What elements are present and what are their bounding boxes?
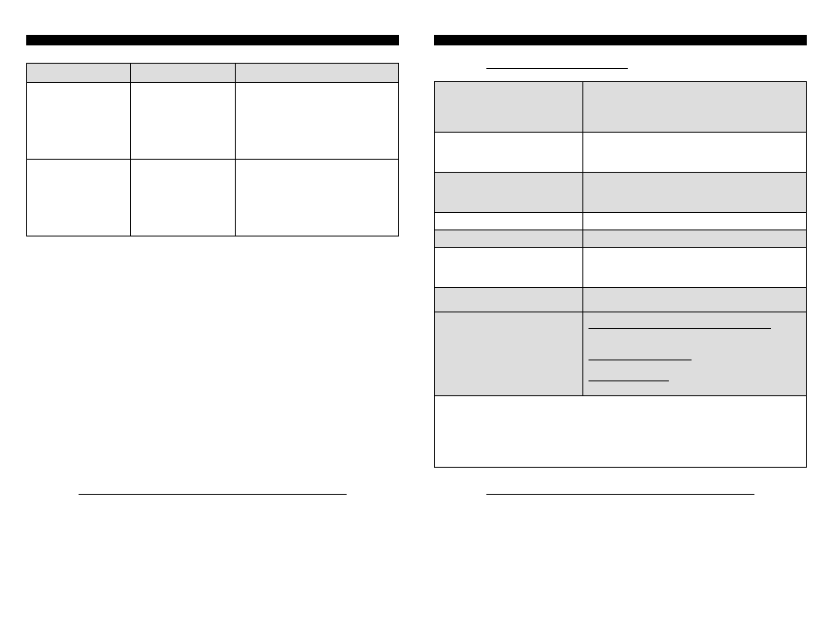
page-layout [0,0,833,512]
left-th-3 [235,64,398,83]
r5-left [435,230,583,248]
r7-right [583,288,807,312]
left-r1c2 [131,83,235,160]
right-row-2 [435,133,807,173]
left-table [26,63,399,236]
left-table-row-2 [27,160,399,236]
right-row-7 [435,288,807,312]
r6-right [583,248,807,288]
r9-full [435,396,807,468]
r8-rule-1 [589,328,771,329]
r2-left [435,133,583,173]
right-row-4 [435,213,807,230]
r1-right [583,82,807,133]
left-header-bar [26,35,399,45]
right-footer-area [434,468,807,495]
r7-left [435,288,583,312]
left-footer-area [26,468,399,495]
right-row-5 [435,230,807,248]
left-table-header-row [27,64,399,83]
r4-left [435,213,583,230]
right-row-6 [435,248,807,288]
right-row-3 [435,173,807,213]
left-th-1 [27,64,131,83]
left-table-row-1 [27,83,399,160]
left-footer-rule [79,494,347,495]
r2-right [583,133,807,173]
left-r1c3 [235,83,398,160]
left-th-2 [131,64,235,83]
left-column [26,35,399,495]
right-row-1 [435,82,807,133]
left-r2c2 [131,160,235,236]
right-column [434,35,807,495]
left-r2c3 [235,160,398,236]
r8-left [435,312,583,396]
r1-left [435,82,583,133]
r8-rule-3 [589,380,669,381]
left-r2c1 [27,160,131,236]
left-r1c1 [27,83,131,160]
r8-rule-2 [589,360,691,360]
r3-left [435,173,583,213]
right-footer-rule [486,494,754,495]
right-row-8 [435,312,807,396]
r3-right [583,173,807,213]
r6-left [435,248,583,288]
right-heading-underline [486,68,628,69]
r8-right [583,312,807,396]
r4-right [583,213,807,230]
right-header-bar [434,35,807,45]
right-table [434,81,807,468]
right-row-9 [435,396,807,468]
r5-right [583,230,807,248]
